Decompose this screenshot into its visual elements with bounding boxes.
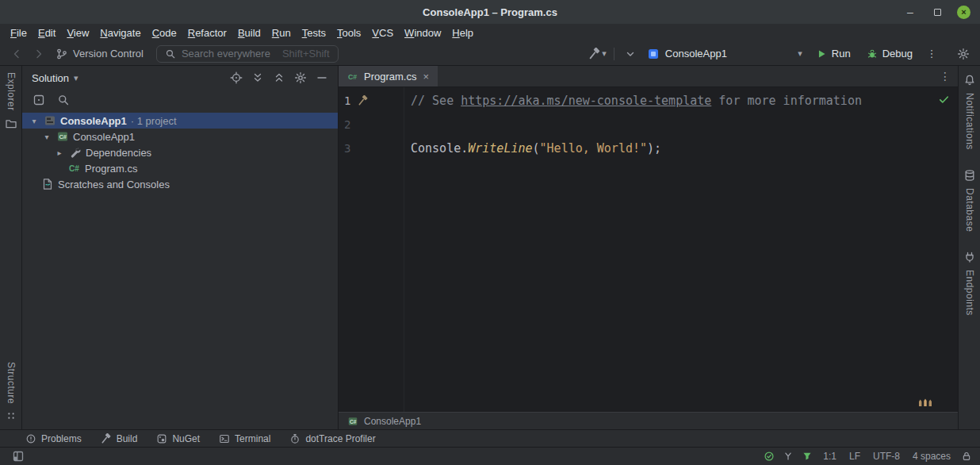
toolwindow-label: NuGet <box>172 433 200 444</box>
tree-item-program-cs[interactable]: C# Program.cs <box>22 160 338 176</box>
menu-item-code[interactable]: Code <box>147 25 182 40</box>
menu-item-build[interactable]: Build <box>232 25 266 40</box>
code-link[interactable]: https://aka.ms/new-console-template <box>461 94 711 108</box>
run-button[interactable]: Run <box>809 44 858 63</box>
terminal-icon <box>219 433 230 444</box>
tab-program-cs[interactable]: C# Program.cs × <box>339 66 438 86</box>
highlight-level-widget[interactable] <box>802 451 813 462</box>
toolwindow-structure-button[interactable]: Structure <box>6 362 17 421</box>
search-everywhere[interactable]: Search everywhere Shift+Shift <box>156 45 339 63</box>
solution-panel-header: Solution ▾ <box>22 66 338 90</box>
pens-widget <box>917 394 936 407</box>
menu-item-view[interactable]: View <box>61 25 94 40</box>
run-widget-chevron-button[interactable] <box>620 44 641 63</box>
code-line-2[interactable] <box>411 113 958 136</box>
minimize-button[interactable]: – <box>903 5 917 19</box>
toolwindow-dottrace-button[interactable]: dotTrace Profiler <box>289 433 375 444</box>
code-line-1[interactable]: // See https://aka.ms/new-console-templa… <box>411 89 958 113</box>
toolwindow-nuget-button[interactable]: NuGet <box>156 433 200 444</box>
ide-window: ConsoleApp1 – Program.cs – × File Edit V… <box>0 0 980 465</box>
window-controls: – × <box>903 5 980 19</box>
inspections-status-widget[interactable] <box>764 451 775 462</box>
gutter-line-2[interactable]: 2 <box>339 113 404 136</box>
chevron-down-icon[interactable]: ▾ <box>29 117 40 125</box>
settings-button[interactable] <box>953 44 974 63</box>
titlebar: ConsoleApp1 – Program.cs – × <box>0 0 980 24</box>
gutter-line-1[interactable]: 1 <box>339 89 404 113</box>
chevron-right-icon[interactable]: ▸ <box>54 148 65 157</box>
status-widget[interactable] <box>783 451 794 462</box>
tree-item-label: Scratches and Consoles <box>58 179 170 190</box>
search-placeholder: Search everywhere <box>182 48 270 60</box>
version-control-label: Version Control <box>73 48 144 60</box>
tree-item-dependencies[interactable]: ▸ Dependencies <box>22 144 338 160</box>
svg-text:C#: C# <box>348 73 357 81</box>
line-separator[interactable]: LF <box>847 451 863 462</box>
chevron-down-icon[interactable]: ▾ <box>74 74 78 83</box>
tree-item-solution[interactable]: ▾ ConsoleApp1 · 1 project <box>22 113 338 129</box>
context-actions-hammer-icon[interactable] <box>358 95 369 106</box>
lock-icon <box>961 451 972 462</box>
maximize-button[interactable] <box>930 5 944 19</box>
readonly-lock-widget[interactable] <box>961 451 972 462</box>
search-tree-icon[interactable] <box>57 94 70 106</box>
toolwindow-notifications-button[interactable]: Notifications <box>963 74 976 150</box>
chevron-down-icon[interactable]: ▾ <box>41 133 52 141</box>
menu-item-vcs[interactable]: VCS <box>366 25 399 40</box>
menu-item-tests[interactable]: Tests <box>297 25 331 40</box>
build-solution-button[interactable]: ▾ <box>587 48 608 60</box>
menu-item-refactor[interactable]: Refactor <box>182 25 232 40</box>
toolwindow-problems-button[interactable]: Problems <box>25 433 82 444</box>
menu-item-help[interactable]: Help <box>446 25 479 40</box>
solution-view-select[interactable]: Solution <box>32 72 69 84</box>
tree-item-scratches[interactable]: Scratches and Consoles <box>22 176 338 192</box>
breadcrumb-item[interactable]: ConsoleApp1 <box>364 416 421 427</box>
circle-check-icon <box>764 451 775 462</box>
more-actions-button[interactable]: ⋮ <box>921 44 942 63</box>
toolwindow-label: dotTrace Profiler <box>305 433 375 444</box>
tab-close-icon[interactable]: × <box>423 71 429 83</box>
open-paren: ( <box>533 141 540 156</box>
svg-text:C#: C# <box>69 164 79 173</box>
notifications-stripe-label: Notifications <box>964 93 975 150</box>
method-name: WriteLine <box>468 141 532 156</box>
panel-options-gear-icon[interactable] <box>294 71 307 84</box>
code-area[interactable]: // See https://aka.ms/new-console-templa… <box>404 87 958 412</box>
menu-item-file[interactable]: File <box>5 25 33 40</box>
menu-item-edit[interactable]: Edit <box>33 25 61 40</box>
toolwindow-endpoints-button[interactable]: Endpoints <box>963 251 976 316</box>
toolwindow-build-button[interactable]: Build <box>101 433 138 444</box>
close-button[interactable]: × <box>957 6 970 19</box>
hide-panel-icon[interactable] <box>316 71 328 84</box>
menu-item-tools[interactable]: Tools <box>331 25 366 40</box>
back-button[interactable] <box>6 44 27 63</box>
toolwindow-database-button[interactable]: Database <box>963 169 976 232</box>
indent-style[interactable]: 4 spaces <box>910 451 953 462</box>
forward-button[interactable] <box>29 44 49 63</box>
menu-item-window[interactable]: Window <box>399 25 446 40</box>
run-config-select[interactable]: ConsoleApp1 ▾ <box>642 48 807 60</box>
tree-item-project[interactable]: ▾ C# ConsoleApp1 <box>22 129 338 144</box>
caret-position[interactable]: 1:1 <box>821 451 839 462</box>
debug-button-label: Debug <box>882 48 913 60</box>
inspections-ok-widget[interactable] <box>938 94 950 106</box>
select-opened-file-icon[interactable] <box>33 94 45 106</box>
status-widget-icon <box>783 451 794 462</box>
solution-icon <box>44 114 56 127</box>
tab-options-button[interactable]: ⋮ <box>940 66 951 86</box>
locate-file-icon[interactable] <box>230 71 243 84</box>
file-encoding[interactable]: UTF-8 <box>871 451 902 462</box>
version-control-widget[interactable]: Version Control <box>51 48 150 60</box>
debug-button[interactable]: Debug <box>859 44 920 63</box>
menu-item-navigate[interactable]: Navigate <box>94 25 146 40</box>
gutter-line-3[interactable]: 3 <box>339 136 404 160</box>
code-line-3[interactable]: Console.WriteLine("Hello, World!"); <box>411 136 958 160</box>
toolwindow-explorer-button[interactable]: Explorer <box>5 72 17 130</box>
solution-tree: ▾ ConsoleApp1 · 1 project ▾ C# ConsoleAp… <box>22 110 338 192</box>
collapse-all-icon[interactable] <box>273 71 285 84</box>
expand-all-icon[interactable] <box>251 71 264 84</box>
menu-item-run[interactable]: Run <box>266 25 297 40</box>
toolwindow-terminal-button[interactable]: Terminal <box>219 433 270 444</box>
check-icon <box>938 94 950 106</box>
toolwindow-layout-button[interactable] <box>8 447 29 465</box>
